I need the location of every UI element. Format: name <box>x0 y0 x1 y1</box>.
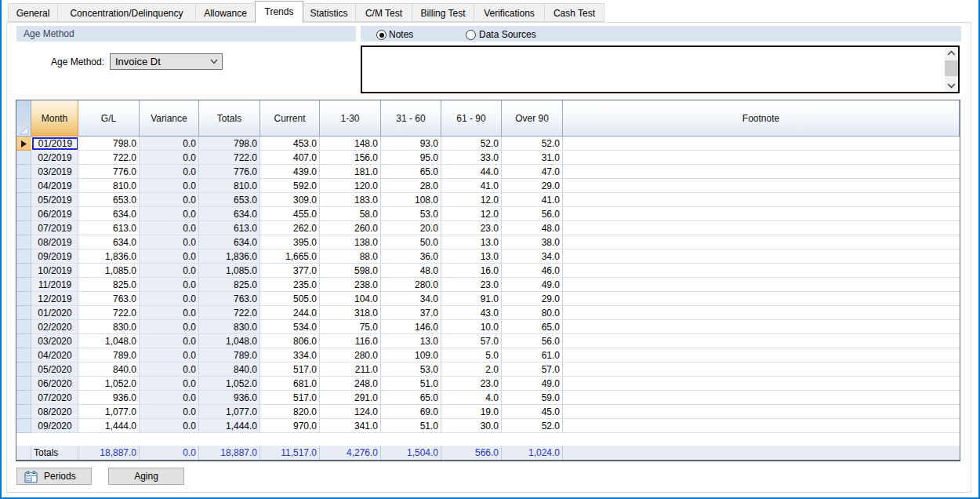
svg-text:23: 23 <box>27 477 32 482</box>
